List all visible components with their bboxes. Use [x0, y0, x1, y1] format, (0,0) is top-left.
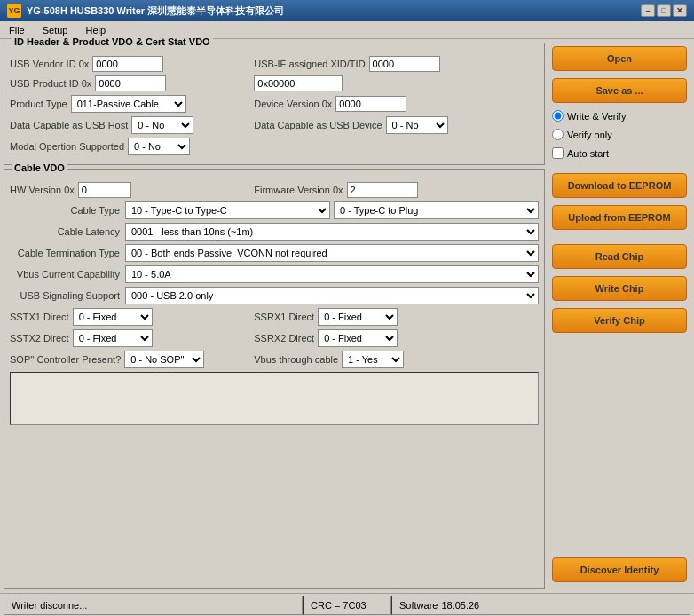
- xid-input[interactable]: [369, 56, 440, 72]
- app-icon-text: YG: [8, 6, 20, 15]
- time-display: 18:05:26: [441, 600, 479, 611]
- ssrx1-select[interactable]: 0 - Fixed: [318, 308, 398, 326]
- auto-start-checkbox[interactable]: [552, 147, 564, 159]
- write-verify-row: Write & Verify: [552, 110, 687, 122]
- auto-start-label: Auto start: [567, 148, 609, 159]
- usb-signaling-label: USB Signaling Support: [10, 290, 125, 301]
- upload-eeprom-button[interactable]: Upload from EEPROM: [552, 205, 687, 230]
- save-as-button[interactable]: Save as ...: [552, 78, 687, 103]
- fw-version-label: Firmware Version 0x: [254, 185, 343, 195]
- maximize-button[interactable]: □: [657, 4, 671, 17]
- id-header-title: ID Header & Product VDO & Cert Stat VDO: [12, 36, 213, 47]
- cable-latency-label: Cable Latency: [10, 226, 125, 237]
- log-area: [10, 372, 539, 425]
- main-content: ID Header & Product VDO & Cert Stat VDO …: [0, 39, 694, 593]
- cable-type-select1[interactable]: 10 - Type-C to Type-C: [125, 201, 330, 219]
- write-verify-radio[interactable]: [552, 110, 564, 122]
- right-panel: Open Save as ... Write & Verify Verify o…: [548, 43, 690, 589]
- fw-version-input[interactable]: [347, 182, 418, 198]
- modal-select[interactable]: 0 - No 1 - Yes: [128, 138, 190, 155]
- minimize-button[interactable]: –: [641, 4, 655, 17]
- sstx2-label: SSTX2 Direct: [10, 333, 69, 344]
- ssrx2-label: SSRX2 Direct: [254, 333, 314, 344]
- verify-only-radio[interactable]: [552, 129, 564, 140]
- window-title: YG-508H HUSB330 Writer 深圳慧能泰半导体科技有限公司: [27, 4, 284, 18]
- data-capable-host-select[interactable]: 0 - No 1 - Yes: [131, 116, 193, 134]
- hw-version-label: HW Version 0x: [10, 185, 75, 195]
- sstx1-label: SSTX1 Direct: [10, 312, 69, 322]
- sstx2-select[interactable]: 0 - Fixed: [73, 329, 153, 347]
- ssrx2-select[interactable]: 0 - Fixed: [318, 329, 398, 347]
- data-capable-device-select[interactable]: 0 - No 1 - Yes: [386, 116, 448, 134]
- verify-only-label: Verify only: [567, 130, 612, 140]
- data-capable-host-label: Data Capable as USB Host: [10, 120, 128, 130]
- xid-label: USB-IF assigned XID/TID: [254, 59, 365, 69]
- ssrx1-label: SSRX1 Direct: [254, 312, 314, 322]
- close-button[interactable]: ✕: [673, 4, 687, 17]
- cable-type-label: Cable Type: [10, 205, 125, 216]
- modal-label: Modal Opertion Supported: [10, 141, 124, 152]
- write-chip-button[interactable]: Write Chip: [552, 276, 687, 301]
- writer-status: Writer disconne...: [4, 596, 303, 615]
- status-bar: Writer disconne... CRC = 7C03 Software 1…: [0, 593, 694, 616]
- data-capable-device-label: Data Capable as USB Device: [254, 120, 382, 130]
- open-button[interactable]: Open: [552, 46, 687, 71]
- cable-vdo-title: Cable VDO: [12, 162, 67, 173]
- crc-status: CRC = 7C03: [303, 596, 391, 615]
- app-icon: YG: [7, 4, 21, 18]
- menu-help[interactable]: Help: [82, 24, 109, 36]
- write-verify-label: Write & Verify: [567, 111, 626, 122]
- cable-termination-label: Cable Termination Type: [10, 248, 125, 258]
- menu-file[interactable]: File: [5, 24, 28, 36]
- hw-version-input[interactable]: [78, 182, 131, 198]
- vbus-through-label: Vbus through cable: [254, 354, 338, 365]
- product-id2-input[interactable]: [254, 75, 343, 91]
- left-panel: ID Header & Product VDO & Cert Stat VDO …: [4, 43, 545, 589]
- read-chip-button[interactable]: Read Chip: [552, 244, 687, 269]
- verify-only-row: Verify only: [552, 129, 687, 140]
- usb-signaling-select[interactable]: 000 - USB 2.0 only: [125, 287, 539, 304]
- discover-identity-button[interactable]: Discover Identity: [552, 557, 687, 582]
- sstx1-select[interactable]: 0 - Fixed: [73, 308, 153, 326]
- cable-vdo-group: Cable VDO HW Version 0x Firmware Version…: [4, 169, 545, 589]
- sop-label: SOP'' Controller Present?: [10, 354, 121, 365]
- title-bar: YG YG-508H HUSB330 Writer 深圳慧能泰半导体科技有限公司…: [0, 0, 694, 21]
- vendor-id-input[interactable]: [92, 56, 163, 72]
- cable-type-select2[interactable]: 0 - Type-C to Plug: [334, 201, 539, 219]
- software-status: Software 18:05:26: [391, 596, 690, 615]
- product-id-input[interactable]: [95, 75, 166, 91]
- cable-termination-select[interactable]: 00 - Both ends Passive, VCONN not requir…: [125, 244, 539, 262]
- device-version-label: Device Version 0x: [254, 99, 332, 109]
- verify-chip-button[interactable]: Verify Chip: [552, 308, 687, 333]
- auto-start-row: Auto start: [552, 147, 687, 159]
- vbus-current-select[interactable]: 10 - 5.0A: [125, 265, 539, 283]
- sop-select[interactable]: 0 - No SOP'': [124, 351, 204, 368]
- cable-latency-select[interactable]: 0001 - less than 10ns (~1m): [125, 223, 539, 241]
- vendor-id-label: USB Vendor ID 0x: [10, 59, 89, 69]
- device-version-input[interactable]: [335, 96, 406, 112]
- download-eeprom-button[interactable]: Download to EEPROM: [552, 173, 687, 198]
- window-controls: – □ ✕: [641, 4, 687, 17]
- vbus-current-label: Vbus Current Capability: [10, 269, 125, 280]
- product-type-select[interactable]: 011-Passive Cable 010-Active Cable: [71, 95, 186, 113]
- menu-setup[interactable]: Setup: [39, 24, 72, 36]
- product-type-label: Product Type: [10, 99, 67, 109]
- product-id-label: USB Product ID 0x: [10, 78, 91, 89]
- id-header-group: ID Header & Product VDO & Cert Stat VDO …: [4, 43, 545, 165]
- vbus-through-select[interactable]: 1 - Yes: [342, 351, 404, 368]
